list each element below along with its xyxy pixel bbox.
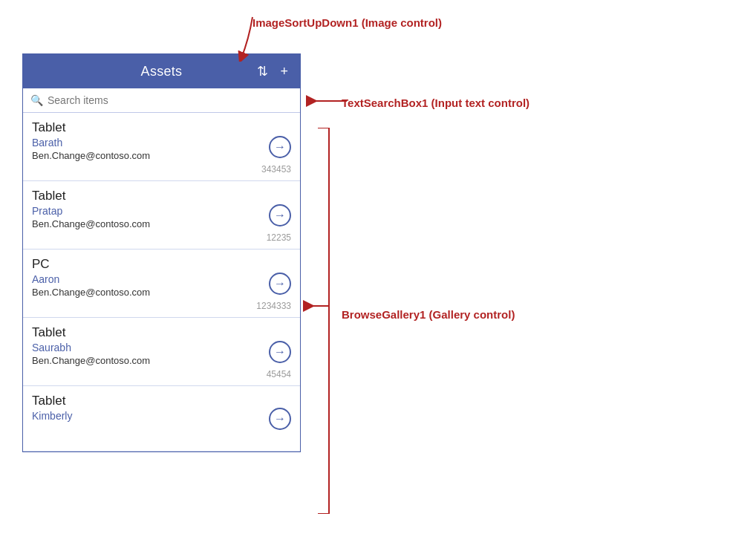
item-name: Saurabh — [32, 342, 291, 353]
item-title: Tablet — [32, 394, 291, 408]
browse-gallery: Tablet Barath Ben.Change@contoso.com 343… — [23, 113, 300, 451]
annotation-gallery-label: BrowseGallery1 (Gallery control) — [342, 308, 515, 321]
item-navigate-button[interactable]: → — [269, 341, 291, 363]
gallery-item[interactable]: Tablet Barath Ben.Change@contoso.com 343… — [23, 113, 300, 181]
gallery-item[interactable]: Tablet Saurabh Ben.Change@contoso.com 45… — [23, 318, 300, 386]
annotation-search-label: TextSearchBox1 (Input text control) — [342, 97, 529, 109]
item-navigate-button[interactable]: → — [269, 408, 291, 430]
header-icons: ⇅ + — [254, 63, 291, 79]
panel-container: Assets ⇅ + 🔍 Tablet Barath Ben.Change@co… — [22, 53, 301, 452]
item-email: Ben.Change@contoso.com — [32, 150, 291, 161]
search-icon: 🔍 — [30, 94, 43, 106]
item-name: Pratap — [32, 205, 291, 217]
annotation-gallery-bracket — [303, 128, 348, 514]
item-navigate-button[interactable]: → — [269, 204, 291, 226]
item-email: Ben.Change@contoso.com — [32, 355, 291, 366]
item-number: 343453 — [32, 164, 291, 175]
item-number: 1234333 — [32, 301, 291, 311]
item-title: Tablet — [32, 189, 291, 203]
item-navigate-button[interactable]: → — [269, 273, 291, 295]
item-number: 12235 — [32, 232, 291, 243]
item-email: Ben.Change@contoso.com — [32, 218, 291, 229]
annotation-search-arrow — [306, 94, 347, 108]
search-input[interactable] — [48, 94, 293, 106]
panel-header: Assets ⇅ + — [23, 54, 300, 88]
item-title: Tablet — [32, 120, 291, 135]
gallery-item[interactable]: Tablet Pratap Ben.Change@contoso.com 122… — [23, 181, 300, 250]
sort-button[interactable]: ⇅ — [254, 63, 271, 79]
add-button[interactable]: + — [277, 63, 291, 79]
item-name: Barath — [32, 137, 291, 149]
item-title: PC — [32, 257, 291, 272]
search-container: 🔍 — [23, 88, 300, 113]
item-title: Tablet — [32, 325, 291, 340]
item-name: Kimberly — [32, 410, 291, 422]
item-name: Aaron — [32, 273, 291, 285]
annotation-sort-label: ImageSortUpDown1 (Image control) — [252, 16, 442, 29]
gallery-item[interactable]: PC Aaron Ben.Change@contoso.com 1234333 … — [23, 250, 300, 318]
item-navigate-button[interactable]: → — [269, 136, 291, 158]
item-email: Ben.Change@contoso.com — [32, 287, 291, 298]
item-number: 45454 — [32, 369, 291, 379]
gallery-item[interactable]: Tablet Kimberly → — [23, 386, 300, 451]
